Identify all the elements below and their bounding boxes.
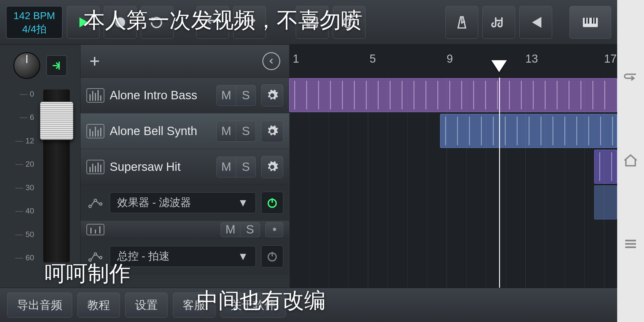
svg-rect-8: [588, 18, 589, 24]
send-button[interactable]: [46, 55, 67, 76]
instrument-icon: [86, 88, 104, 103]
track-settings-button[interactable]: [261, 120, 283, 142]
midi-clip[interactable]: [289, 78, 617, 112]
top-toolbar: 142 BPM 4/4拍: [0, 0, 617, 45]
timeline-ruler[interactable]: 1 5 9 13 17: [289, 45, 617, 78]
track-name: Alone Intro Bass: [110, 89, 211, 102]
add-track-button[interactable]: +: [89, 51, 100, 71]
record-button[interactable]: [104, 6, 137, 39]
svg-point-11: [89, 205, 91, 208]
svg-rect-3: [309, 23, 315, 27]
automation-clip[interactable]: [594, 185, 617, 219]
master-knob[interactable]: [13, 52, 40, 79]
settings-button[interactable]: 设置: [125, 292, 168, 318]
redo-button[interactable]: [233, 6, 266, 39]
master-fader[interactable]: [43, 89, 70, 262]
tutorial-button[interactable]: 教程: [78, 292, 120, 318]
track-name: Supersaw Hit: [110, 160, 211, 174]
db-scale: 06 1220 3040 5060: [10, 89, 34, 262]
svg-rect-10: [595, 18, 596, 24]
svg-rect-9: [592, 18, 593, 24]
instrument-icon: [86, 224, 104, 235]
chevron-down-icon: ▼: [238, 196, 248, 209]
snap-button[interactable]: [482, 6, 515, 39]
help-button[interactable]: [333, 6, 366, 39]
solo-button[interactable]: S: [240, 222, 260, 237]
solo-button[interactable]: S: [236, 157, 256, 177]
about-button[interactable]: 关于软件: [221, 292, 286, 318]
midi-clip[interactable]: [594, 150, 617, 184]
tempo-display[interactable]: 142 BPM 4/4拍: [6, 6, 63, 39]
save-button[interactable]: [296, 6, 329, 39]
fader-cap[interactable]: [40, 101, 74, 140]
master-panel: 06 1220 3040 5060: [0, 45, 80, 288]
automation-icon: [86, 196, 104, 210]
automation-param-select[interactable]: 总控 - 拍速▼: [110, 246, 256, 267]
track-row[interactable]: Supersaw Hit MS: [80, 149, 289, 185]
support-button[interactable]: 客服: [173, 292, 215, 318]
automation-power-button[interactable]: [261, 245, 283, 267]
mute-button[interactable]: M: [221, 222, 240, 237]
track-row[interactable]: Alone Bell Synth MS: [80, 113, 289, 149]
loop-button[interactable]: [141, 6, 174, 39]
track-settings-button[interactable]: [261, 156, 283, 178]
track-row[interactable]: MS ✻: [80, 221, 289, 239]
playhead-marker[interactable]: [491, 60, 507, 72]
play-button[interactable]: [67, 6, 100, 39]
bpm-value: 142 BPM: [13, 9, 55, 22]
track-settings-button[interactable]: [261, 84, 283, 106]
mute-button[interactable]: M: [216, 157, 236, 177]
automation-row[interactable]: 效果器 - 滤波器▼: [80, 185, 289, 221]
automation-icon: [86, 249, 104, 264]
mute-button[interactable]: M: [216, 85, 236, 106]
instrument-icon: [86, 124, 104, 138]
track-list: Alone Intro Bass MS Alone Bell Synth MS: [80, 78, 289, 288]
solo-button[interactable]: S: [236, 85, 256, 106]
track-settings-button[interactable]: ✻: [265, 222, 283, 237]
system-nav-rail: [617, 0, 644, 322]
undo-button[interactable]: [196, 6, 229, 39]
svg-point-15: [89, 259, 91, 261]
automation-power-button[interactable]: [261, 192, 283, 214]
solo-button[interactable]: S: [236, 121, 256, 142]
svg-point-13: [100, 203, 102, 205]
collapse-tracks-button[interactable]: [262, 52, 280, 70]
svg-rect-2: [310, 17, 315, 20]
svg-point-0: [115, 17, 125, 27]
svg-point-16: [94, 253, 97, 255]
home-icon[interactable]: [623, 152, 639, 170]
keyboard-view-button[interactable]: [569, 6, 611, 39]
time-sig-value: 4/4拍: [22, 22, 46, 35]
track-row[interactable]: Alone Intro Bass MS: [80, 78, 289, 113]
instrument-icon: [86, 160, 104, 174]
mute-button[interactable]: M: [216, 121, 236, 142]
svg-point-12: [94, 199, 97, 202]
automation-param-select[interactable]: 效果器 - 滤波器▼: [110, 192, 256, 213]
rewind-button[interactable]: [519, 6, 552, 39]
svg-rect-7: [585, 18, 586, 24]
metronome-button[interactable]: [445, 6, 478, 39]
menu-icon[interactable]: [623, 236, 639, 253]
chevron-down-icon: ▼: [238, 250, 248, 263]
svg-point-5: [349, 25, 350, 26]
export-audio-button[interactable]: 导出音频: [7, 292, 72, 318]
bottom-toolbar: 导出音频 教程 设置 客服 关于软件: [0, 288, 617, 322]
back-icon[interactable]: [623, 69, 639, 86]
timeline[interactable]: [289, 78, 617, 288]
svg-point-17: [100, 256, 102, 259]
track-name: Alone Bell Synth: [110, 124, 211, 138]
playhead-line[interactable]: [499, 78, 500, 288]
automation-row[interactable]: 总控 - 拍速▼: [80, 239, 289, 274]
midi-clip[interactable]: [440, 114, 617, 148]
